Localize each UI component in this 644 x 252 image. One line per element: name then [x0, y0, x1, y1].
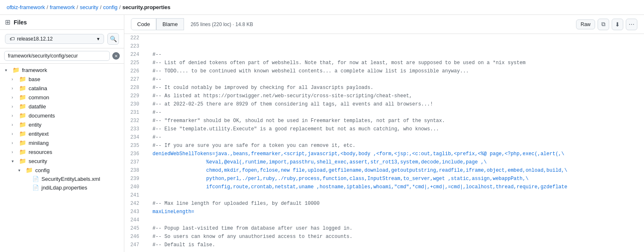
- table-row: 241: [124, 191, 644, 199]
- chevron-config: ▾: [18, 168, 23, 173]
- chevron-framework: ▾: [5, 68, 10, 72]
- tree-label-documents: documents: [29, 113, 55, 119]
- code-content[interactable]: 222223224#--225#-- List of denied tokens…: [124, 34, 644, 252]
- branch-tag-icon: 🏷: [10, 36, 15, 42]
- tree-label-resources: resources: [29, 149, 52, 155]
- line-code: %eval,@eval(,runtime,import,passthru,she…: [146, 158, 644, 166]
- line-code: deniedWebShellTokens=java.,beans,freemar…: [146, 150, 644, 158]
- sidebar-title: Files: [14, 19, 119, 26]
- chevron-security: ▾: [12, 159, 17, 163]
- folder-icon-entity: 📁: [19, 121, 26, 128]
- chevron-entity: ›: [12, 122, 17, 127]
- line-number: 230: [124, 100, 146, 108]
- tree-item-framework[interactable]: ▾ 📁 framework: [0, 65, 124, 74]
- tree-label-entityext: entityext: [29, 131, 48, 137]
- breadcrumb-current-file: security.properties: [122, 4, 170, 10]
- download-button[interactable]: ⬇: [612, 19, 623, 30]
- file-meta: 265 lines (220 loc) · 14.8 KB: [191, 22, 253, 27]
- table-row: 242#-- Max line length for uploaded file…: [124, 199, 644, 208]
- tab-blame[interactable]: Blame: [156, 18, 184, 30]
- line-number: 244: [124, 216, 146, 224]
- table-row: 223: [124, 42, 644, 50]
- tree-item-datafile[interactable]: › 📁 datafile: [0, 102, 124, 111]
- raw-button[interactable]: Raw: [576, 19, 595, 29]
- line-number: 222: [124, 34, 146, 42]
- folder-icon-security: 📁: [19, 158, 26, 164]
- tree-item-documents[interactable]: › 📁 documents: [0, 111, 124, 120]
- table-row: 224#--: [124, 50, 644, 59]
- search-button[interactable]: 🔍: [107, 33, 119, 45]
- tree-label-catalina: catalina: [29, 85, 47, 91]
- table-row: 246#-- So users can know of any unauthor…: [124, 233, 644, 241]
- line-number: 243: [124, 208, 146, 216]
- tree-label-framework: framework: [22, 67, 47, 73]
- folder-icon-resources: 📁: [19, 149, 26, 155]
- line-code: [146, 216, 644, 224]
- line-number: 231: [124, 108, 146, 117]
- line-code: #-- TODO.... to be continued with known …: [146, 67, 644, 75]
- line-code: ifconfig,route,crontab,netstat,uname ,ho…: [146, 183, 644, 191]
- search-icon: 🔍: [110, 36, 117, 42]
- tree-item-config[interactable]: ▾ 📁 config: [0, 166, 124, 175]
- chevron-resources: ›: [12, 150, 17, 154]
- chevron-base: ›: [12, 77, 17, 82]
- tree-item-catalina[interactable]: › 📁 catalina: [0, 84, 124, 93]
- table-row: 234#--: [124, 133, 644, 142]
- tree-item-base[interactable]: › 📁 base: [0, 74, 124, 84]
- table-row: 222: [124, 34, 644, 42]
- tab-code[interactable]: Code: [131, 18, 156, 30]
- line-code: chmod,mkdir,fopen,fclose,new file,upload…: [146, 166, 644, 175]
- branch-dropdown[interactable]: 🏷 release18.12.12 ▾: [5, 34, 104, 44]
- chevron-entityext: ›: [12, 132, 17, 136]
- breadcrumb-config[interactable]: config: [103, 4, 118, 10]
- tree-label-security: security: [29, 158, 47, 164]
- tree-label-datafile: datafile: [29, 103, 46, 110]
- folder-icon-entityext: 📁: [19, 130, 26, 137]
- table-row: 243maxLineLength=: [124, 208, 644, 216]
- tree-item-entity[interactable]: › 📁 entity: [0, 120, 124, 129]
- file-icon-jndi-ldap: 📄: [32, 185, 39, 191]
- line-number: 238: [124, 166, 146, 175]
- tree-item-minilang[interactable]: › 📁 minilang: [0, 138, 124, 147]
- breadcrumb-security[interactable]: security: [80, 4, 98, 10]
- table-row: 235#-- If you are sure you are safe for …: [124, 142, 644, 150]
- table-row: 226#-- TODO.... to be continued with kno…: [124, 67, 644, 75]
- line-number: 227: [124, 75, 146, 84]
- breadcrumb-framework[interactable]: framework: [50, 4, 75, 10]
- tree-label-jndi-ldap: jndiLdap.properties: [41, 185, 87, 191]
- tree-item-entityext[interactable]: › 📁 entityext: [0, 129, 124, 138]
- folder-icon-framework: 📁: [12, 67, 19, 73]
- copy-button[interactable]: ⧉: [598, 19, 609, 30]
- branch-chevron: ▾: [97, 36, 99, 42]
- folder-icon-common: 📁: [19, 94, 26, 101]
- line-code: #-- Else "template.utility.Execute" is a…: [146, 125, 644, 133]
- tree-label-base: base: [29, 76, 40, 82]
- search-input[interactable]: [4, 51, 110, 61]
- tree-item-common[interactable]: › 📁 common: [0, 93, 124, 102]
- chevron-datafile: ›: [12, 104, 17, 109]
- tree-item-security[interactable]: ▾ 📁 security: [0, 156, 124, 166]
- tree-item-jndi-ldap[interactable]: 📄 jndiLdap.properties: [0, 183, 124, 192]
- folder-icon-config: 📁: [26, 167, 33, 173]
- table-row: 237 %eval,@eval(,runtime,import,passthru…: [124, 158, 644, 166]
- line-number: 229: [124, 92, 146, 100]
- table-row: 245#-- Popup last-visited time from data…: [124, 224, 644, 233]
- line-code: python,perl,./perl,ruby,./ruby,process,f…: [146, 175, 644, 183]
- line-number: 236: [124, 150, 146, 158]
- line-number: 234: [124, 133, 146, 142]
- line-code: #-- "freemarker" should be OK, should no…: [146, 117, 644, 125]
- line-code: #--: [146, 133, 644, 142]
- search-clear-button[interactable]: ✕: [112, 52, 120, 60]
- line-number: 239: [124, 175, 146, 183]
- line-number: 223: [124, 42, 146, 50]
- breadcrumb-sep-1: /: [46, 4, 48, 10]
- line-number: 245: [124, 224, 146, 233]
- table-row: 230#-- at 2022-02-25 there are 8929 of t…: [124, 100, 644, 108]
- search-bar: ✕: [0, 48, 124, 64]
- tree-item-resources[interactable]: › 📁 resources: [0, 147, 124, 156]
- code-panel: Code Blame 265 lines (220 loc) · 14.8 KB…: [124, 15, 644, 252]
- breadcrumb-ofbiz-framework[interactable]: ofbiz-framework: [7, 4, 45, 10]
- breadcrumb-sep-4: /: [119, 4, 121, 10]
- more-button[interactable]: ⋯: [626, 19, 637, 30]
- tree-item-security-entity-labels[interactable]: 📄 SecurityEntityLabels.xml: [0, 175, 124, 183]
